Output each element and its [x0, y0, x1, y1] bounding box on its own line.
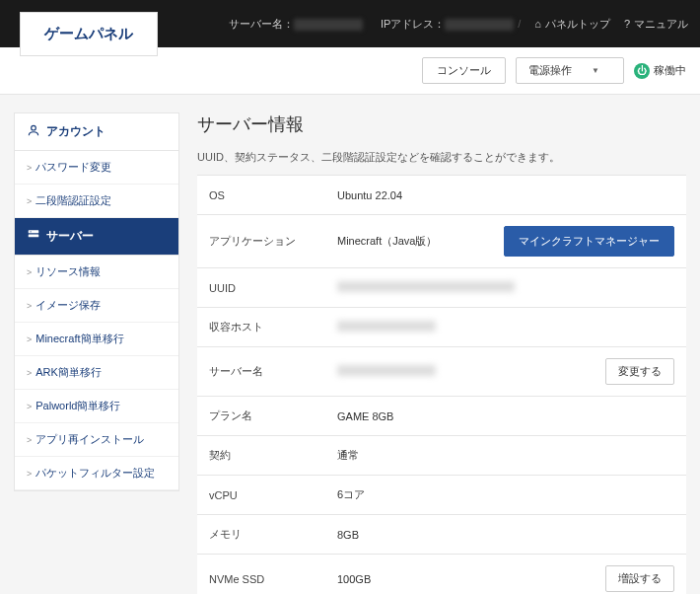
redacted-value [337, 281, 515, 292]
action-button[interactable]: 増設する [605, 565, 674, 592]
svg-rect-2 [29, 234, 39, 237]
separator: / [518, 18, 521, 30]
panel-top-label: パネルトップ [545, 17, 610, 32]
chevron-right-icon: > [27, 334, 32, 344]
layout: アカウント>パスワード変更>二段階認証設定サーバー>リソース情報>イメージ保存>… [0, 95, 700, 594]
sidebar-item-label: ARK簡単移行 [35, 365, 102, 380]
help-icon: ? [624, 18, 630, 30]
topbar: ゲームパネル サーバー名： IPアドレス： / ⌂パネルトップ ?マニュアル [0, 0, 700, 47]
status-indicator: ⏻ 稼働中 [634, 63, 686, 79]
info-value [337, 365, 605, 378]
info-row: メモリ8GB [197, 515, 686, 555]
info-value: Ubuntu 22.04 [337, 189, 674, 201]
info-label: 契約 [209, 448, 337, 463]
chevron-right-icon: > [27, 163, 32, 173]
power-icon: ⏻ [634, 63, 650, 79]
brand-logo[interactable]: ゲームパネル [20, 12, 158, 56]
status-label: 稼働中 [654, 63, 686, 78]
sidebar-item[interactable]: >Minecraft簡単移行 [15, 323, 178, 356]
svg-point-3 [31, 231, 32, 232]
info-label: 収容ホスト [209, 320, 337, 334]
sidebar-item[interactable]: >二段階認証設定 [15, 185, 178, 218]
sidebar-section-title: サーバー [46, 228, 94, 245]
sidebar-item-label: リソース情報 [35, 264, 101, 279]
info-value [337, 321, 674, 334]
sidebar-item-label: パケットフィルター設定 [35, 466, 155, 481]
user-icon [27, 123, 40, 140]
sidebar-item[interactable]: >パスワード変更 [15, 151, 178, 185]
page-description: UUID、契約ステータス、二段階認証設定などを確認することができます。 [197, 150, 686, 165]
info-value: 100GB [337, 573, 605, 585]
info-value: 8GB [337, 529, 674, 541]
chevron-down-icon: ▼ [592, 66, 599, 75]
info-label: UUID [209, 282, 337, 294]
main: サーバー情報 UUID、契約ステータス、二段階認証設定などを確認することができま… [197, 112, 686, 594]
server-icon [27, 228, 40, 245]
chevron-right-icon: > [27, 435, 32, 445]
redacted-value [337, 365, 436, 376]
redacted-value [337, 321, 436, 332]
chevron-right-icon: > [27, 368, 32, 378]
chevron-right-icon: > [27, 469, 32, 479]
info-label: アプリケーション [209, 234, 337, 249]
power-select-label: 電源操作 [528, 63, 572, 78]
topbar-right: / ⌂パネルトップ ?マニュアル [518, 17, 688, 32]
power-select[interactable]: 電源操作 ▼ [516, 57, 624, 84]
info-value: 6コア [337, 487, 674, 502]
info-label: vCPU [209, 489, 337, 501]
info-label: NVMe SSD [209, 573, 337, 585]
info-label: サーバー名 [209, 364, 337, 379]
chevron-right-icon: > [27, 402, 32, 411]
info-label: メモリ [209, 527, 337, 542]
sidebar-item-label: 二段階認証設定 [35, 193, 111, 208]
sidebar-item-label: Minecraft簡単移行 [35, 332, 123, 346]
sidebar-section-server[interactable]: サーバー [15, 218, 178, 256]
sidebar-section-user[interactable]: アカウント [15, 113, 178, 151]
sidebar-item-label: パスワード変更 [35, 160, 111, 175]
topbar-info: サーバー名： IPアドレス： [229, 17, 514, 32]
info-action: 増設する [605, 565, 674, 592]
sidebar-section-title: アカウント [46, 123, 105, 140]
info-value [337, 281, 674, 294]
page-title: サーバー情報 [197, 112, 686, 136]
info-row: 収容ホスト [197, 308, 686, 347]
action-button[interactable]: 変更する [605, 358, 674, 385]
info-row: OSUbuntu 22.04 [197, 176, 686, 215]
minecraft-manager-button[interactable]: マインクラフトマネージャー [504, 226, 674, 257]
ip-value-redacted [445, 19, 514, 31]
info-row: 契約通常 [197, 436, 686, 476]
sidebar-item[interactable]: >イメージ保存 [15, 289, 178, 323]
home-icon: ⌂ [534, 18, 541, 30]
chevron-right-icon: > [27, 196, 32, 206]
sidebar-item[interactable]: >Palworld簡単移行 [15, 390, 178, 423]
panel-top-link[interactable]: ⌂パネルトップ [534, 17, 610, 32]
manual-link[interactable]: ?マニュアル [624, 17, 688, 32]
sidebar-item-label: イメージ保存 [35, 298, 101, 313]
info-row: サーバー名変更する [197, 347, 686, 397]
console-button[interactable]: コンソール [422, 57, 506, 84]
sidebar-item-label: アプリ再インストール [35, 432, 144, 447]
chevron-right-icon: > [27, 267, 32, 277]
info-action: マインクラフトマネージャー [504, 226, 674, 257]
sidebar-item[interactable]: >アプリ再インストール [15, 423, 178, 457]
sidebar-item[interactable]: >パケットフィルター設定 [15, 457, 178, 490]
info-value: Minecraft（Java版） [337, 234, 504, 249]
server-name-label: サーバー名： [229, 18, 294, 30]
info-table: OSUbuntu 22.04アプリケーションMinecraft（Java版）マイ… [197, 175, 686, 594]
info-value: GAME 8GB [337, 410, 674, 422]
ip-label: IPアドレス： [381, 18, 445, 30]
sidebar-item[interactable]: >リソース情報 [15, 256, 178, 289]
server-name-value-redacted [294, 19, 363, 31]
chevron-right-icon: > [27, 301, 32, 311]
info-row: UUID [197, 268, 686, 308]
sidebar-item[interactable]: >ARK簡単移行 [15, 356, 178, 390]
svg-point-4 [31, 235, 32, 236]
info-action: 変更する [605, 358, 674, 385]
info-value: 通常 [337, 448, 674, 463]
manual-label: マニュアル [634, 17, 688, 32]
info-row: vCPU6コア [197, 476, 686, 515]
info-row: プラン名GAME 8GB [197, 397, 686, 436]
sidebar-item-label: Palworld簡単移行 [35, 399, 120, 413]
info-row: NVMe SSD100GB増設する [197, 555, 686, 594]
sidebar: アカウント>パスワード変更>二段階認証設定サーバー>リソース情報>イメージ保存>… [14, 112, 179, 491]
